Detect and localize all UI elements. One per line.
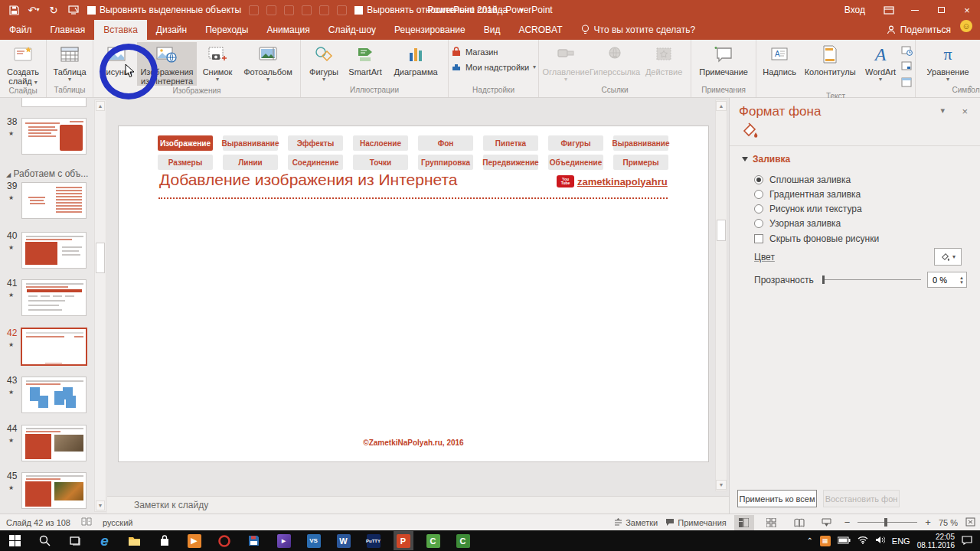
zoom-slider-thumb[interactable]: [884, 518, 887, 527]
tab-acrobat[interactable]: ACROBAT: [509, 20, 571, 40]
close-button[interactable]: ×: [954, 0, 980, 20]
gradient-fill-option[interactable]: Градиентная заливка: [754, 189, 861, 200]
slideshow-view-button[interactable]: [817, 515, 837, 530]
language-indicator[interactable]: русский: [103, 518, 132, 527]
solid-fill-option[interactable]: Сплошная заливка: [754, 174, 851, 185]
slide-thumbnail-45[interactable]: [21, 472, 87, 509]
media-classic-icon[interactable]: ▸: [274, 531, 294, 550]
edge-icon[interactable]: e: [95, 531, 115, 550]
action-center-icon[interactable]: [962, 536, 972, 546]
slide-number-icon[interactable]: [901, 61, 913, 75]
slide-button[interactable]: Примеры: [613, 155, 668, 170]
shapes-button[interactable]: Фигуры ▾: [303, 42, 345, 83]
hide-background-checkbox[interactable]: Скрыть фоновые рисунки: [754, 233, 879, 244]
slide-button[interactable]: Наслоение: [353, 135, 408, 151]
zoom-level[interactable]: 75 %: [939, 518, 958, 527]
fill-section-header[interactable]: Заливка: [742, 154, 790, 165]
slide-button[interactable]: Соединение: [288, 155, 343, 170]
hidden-icons-chevron[interactable]: ⌃: [806, 536, 812, 545]
start-slideshow-icon[interactable]: [67, 4, 80, 16]
fit-slide-button[interactable]: [965, 517, 975, 528]
spinner-arrows[interactable]: ▲▼: [959, 276, 966, 285]
notes-area[interactable]: Заметки к слайду: [107, 496, 729, 514]
slide-thumbnail-42-selected[interactable]: [21, 328, 87, 366]
screenshot-button[interactable]: Снимок ▾: [197, 42, 238, 83]
start-button[interactable]: [5, 531, 25, 550]
slide-button[interactable]: Группировка: [418, 155, 473, 170]
scrollbar-thumb[interactable]: [717, 220, 726, 241]
sign-in-button[interactable]: Вход: [834, 5, 876, 15]
undo-icon[interactable]: ↶▾: [28, 4, 40, 16]
tray-app-icon[interactable]: ▦: [820, 536, 831, 546]
pane-menu-icon[interactable]: ▾: [940, 106, 945, 116]
chart-button[interactable]: Диаграмма: [386, 42, 446, 77]
zoom-out-button[interactable]: −: [844, 517, 851, 528]
thumbnail-scrollbar[interactable]: ▲ ▼: [94, 99, 106, 512]
tell-me-box[interactable]: Что вы хотите сделать?: [572, 20, 705, 40]
table-button[interactable]: Таблица ▾: [49, 42, 90, 83]
spellcheck-icon[interactable]: [81, 517, 92, 528]
picture-fill-option[interactable]: Рисунок или текстура: [754, 204, 862, 214]
thumbnail-partial[interactable]: [21, 98, 87, 107]
pictures-button[interactable]: Рисунки: [96, 42, 137, 77]
scroll-up-icon[interactable]: ▲: [716, 101, 727, 111]
equation-button[interactable]: π Уравнение ▾: [918, 42, 978, 83]
pattern-fill-option[interactable]: Узорная заливка: [754, 218, 841, 229]
tab-transitions[interactable]: Переходы: [196, 20, 257, 40]
battery-icon[interactable]: [838, 536, 851, 546]
word-icon[interactable]: W: [334, 531, 354, 550]
slide-button[interactable]: Точки: [353, 155, 408, 170]
slide-button[interactable]: Размеры: [158, 155, 213, 170]
wordart-button[interactable]: A WordArt ▾: [860, 42, 901, 83]
store-button[interactable]: Магазин: [451, 47, 536, 57]
slide-thumbnail-41[interactable]: [21, 279, 87, 316]
slide-scrollbar[interactable]: ▲ ▼: [715, 99, 727, 491]
redo-icon[interactable]: ↻: [47, 4, 60, 16]
clock[interactable]: 22:05 08.11.2016: [917, 533, 955, 549]
scrollbar-thumb[interactable]: [96, 243, 105, 273]
header-footer-button[interactable]: Колонтитулы: [800, 42, 860, 77]
floppy-app-icon[interactable]: [244, 531, 264, 550]
camtasia-icon[interactable]: C: [423, 531, 443, 550]
opera-icon[interactable]: [214, 531, 234, 550]
comment-button[interactable]: Примечание: [694, 42, 753, 77]
search-icon[interactable]: [35, 531, 55, 550]
tab-view[interactable]: Вид: [475, 20, 510, 40]
online-pictures-button[interactable]: Изображения из Интернета: [137, 42, 197, 86]
media-player-icon[interactable]: ▶: [185, 531, 204, 550]
transparency-slider-thumb[interactable]: [822, 276, 825, 284]
save-icon[interactable]: [8, 4, 20, 16]
wifi-icon[interactable]: [858, 536, 868, 546]
zoom-slider[interactable]: [858, 522, 917, 523]
align-selected-objects-checkbox[interactable]: Выровнять выделенные объекты: [87, 5, 241, 15]
qat-customize-icon[interactable]: ▾: [515, 4, 528, 16]
slide-button[interactable]: Фон: [418, 135, 473, 151]
tab-file[interactable]: Файл: [0, 20, 41, 40]
transparency-slider[interactable]: [823, 279, 921, 280]
slide-button[interactable]: Выравнивание: [613, 135, 668, 151]
file-explorer-icon[interactable]: [125, 531, 145, 550]
normal-view-button[interactable]: [734, 515, 754, 530]
task-view-icon[interactable]: [65, 531, 85, 550]
putty-icon[interactable]: PuTTY: [364, 531, 384, 550]
scroll-up-icon[interactable]: ▲: [96, 101, 105, 111]
color-picker-button[interactable]: ▾: [934, 248, 962, 266]
ribbon-display-options-icon[interactable]: [876, 0, 902, 20]
photo-album-button[interactable]: Фотоальбом ▾: [238, 42, 298, 83]
slide-canvas[interactable]: Изображение Выравнивание Эффекты Наслоен…: [119, 126, 708, 461]
tab-animations[interactable]: Анимация: [257, 20, 318, 40]
tab-insert[interactable]: Вставка: [94, 20, 147, 40]
section-header[interactable]: ◢ Работаем с объ...: [6, 168, 88, 179]
my-addins-button[interactable]: Мои надстройки ▾: [451, 62, 536, 73]
share-button[interactable]: Поделиться: [877, 20, 960, 40]
scroll-down-icon[interactable]: ▼: [716, 480, 727, 490]
volume-icon[interactable]: [875, 536, 885, 546]
zoom-in-button[interactable]: +: [925, 517, 931, 528]
powerpoint-taskbar-icon[interactable]: P: [394, 531, 413, 550]
textbox-button[interactable]: A Надпись: [759, 42, 800, 77]
visual-studio-icon[interactable]: VS: [304, 531, 324, 550]
windows-store-icon[interactable]: [155, 531, 175, 550]
slide-thumbnail-43[interactable]: [21, 377, 87, 413]
object-icon[interactable]: [901, 77, 913, 91]
new-slide-button[interactable]: Создать слайд ▾: [2, 42, 44, 86]
